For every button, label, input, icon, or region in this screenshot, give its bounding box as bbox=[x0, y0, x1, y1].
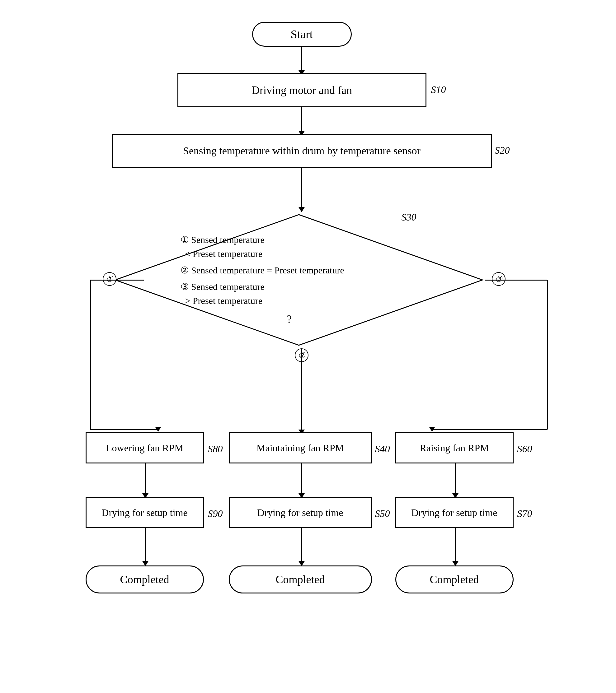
completed2-label: Completed bbox=[276, 573, 325, 586]
arrow-s90-c1 bbox=[145, 528, 146, 562]
flowchart-diagram: Start Driving motor and fan S10 Sensing … bbox=[59, 13, 557, 681]
arrow-s80-s90 bbox=[145, 463, 146, 495]
s50-process: Drying for setup time bbox=[229, 497, 372, 528]
arrow-s10-s20 bbox=[301, 107, 302, 132]
completed2-terminal: Completed bbox=[229, 566, 372, 593]
s10-label: Driving motor and fan bbox=[251, 84, 352, 97]
s40-label: Maintaining fan RPM bbox=[256, 442, 344, 454]
svg-marker-0 bbox=[115, 215, 482, 345]
arrow-right-down bbox=[547, 280, 548, 429]
s80-label: Lowering fan RPM bbox=[106, 442, 183, 454]
s60-process: Raising fan RPM bbox=[395, 432, 514, 463]
arrow-center-down bbox=[301, 349, 302, 431]
s60-step: S60 bbox=[517, 443, 532, 455]
badge-left: ① bbox=[103, 272, 116, 286]
completed3-label: Completed bbox=[430, 573, 479, 586]
s90-label: Drying for setup time bbox=[101, 507, 187, 518]
s50-step: S50 bbox=[375, 508, 390, 519]
s70-label: Drying for setup time bbox=[411, 507, 497, 518]
completed1-label: Completed bbox=[120, 573, 169, 586]
arrow-left-h2 bbox=[90, 429, 159, 430]
arrow-s60-s70 bbox=[455, 463, 456, 495]
s40-step: S40 bbox=[375, 443, 390, 455]
s20-process: Sensing temperature within drum by tempe… bbox=[112, 134, 492, 168]
arrow-right-h2 bbox=[433, 429, 547, 430]
s20-label: Sensing temperature within drum by tempe… bbox=[183, 145, 421, 157]
s30-diamond: ① Sensed temperature < Preset temperatur… bbox=[112, 212, 486, 349]
s80-process: Lowering fan RPM bbox=[85, 432, 204, 463]
arrow-s40-s50 bbox=[301, 463, 302, 495]
s80-step: S80 bbox=[208, 443, 223, 455]
arrow-diamond-right-h bbox=[485, 280, 547, 281]
s10-process: Driving motor and fan bbox=[177, 73, 426, 107]
s40-process: Maintaining fan RPM bbox=[229, 432, 372, 463]
s50-label: Drying for setup time bbox=[257, 507, 343, 518]
arrow-diamond-left-h bbox=[90, 280, 144, 281]
s60-label: Raising fan RPM bbox=[420, 442, 489, 454]
arrow-s20-diamond bbox=[301, 168, 302, 209]
completed1-terminal: Completed bbox=[85, 566, 204, 593]
s70-step: S70 bbox=[517, 508, 532, 519]
arrow-start-s10 bbox=[301, 47, 302, 72]
arrow-s70-c3 bbox=[455, 528, 456, 562]
start-label: Start bbox=[291, 27, 313, 41]
badge-right: ③ bbox=[492, 272, 505, 286]
s90-process: Drying for setup time bbox=[85, 497, 204, 528]
start-terminal: Start bbox=[252, 22, 352, 47]
s20-step: S20 bbox=[495, 145, 510, 156]
arrowhead-right bbox=[429, 427, 435, 432]
s30-step: S30 bbox=[402, 212, 417, 223]
diamond-svg bbox=[112, 212, 486, 349]
s10-step: S10 bbox=[431, 84, 446, 96]
arrowhead-left bbox=[155, 427, 161, 432]
s70-process: Drying for setup time bbox=[395, 497, 514, 528]
s90-step: S90 bbox=[208, 508, 223, 519]
arrow-left-down bbox=[90, 280, 91, 429]
arrow-s50-c2 bbox=[301, 528, 302, 562]
completed3-terminal: Completed bbox=[395, 566, 514, 593]
